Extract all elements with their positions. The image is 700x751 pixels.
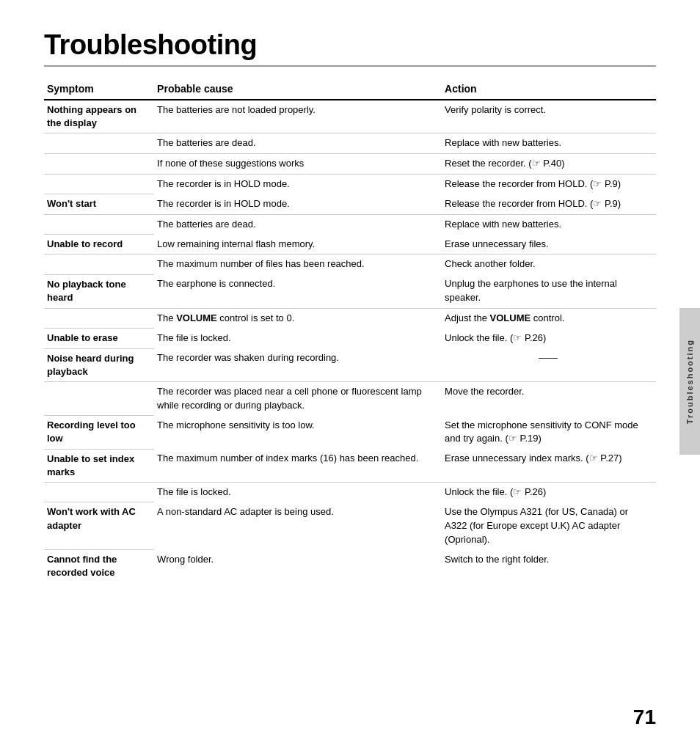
- cause-cell: The maximum number of files has been rea…: [154, 254, 442, 274]
- header-action: Action: [442, 80, 656, 100]
- symptom-cell: Unable to record: [44, 235, 154, 254]
- symptom-cell: Won't start: [44, 194, 154, 214]
- cause-cell: If none of these suggestions works: [154, 154, 442, 175]
- symptom-cell: [44, 154, 154, 175]
- page-container: Troubleshooting Symptom Probable cause A…: [0, 0, 700, 626]
- action-cell: Erase unnecessary index marks. (☞ P.27): [442, 449, 656, 482]
- cause-cell: The recorder was shaken during recording…: [154, 348, 442, 381]
- header-cause: Probable cause: [154, 80, 442, 100]
- table-row: The maximum number of files has been rea…: [44, 254, 656, 274]
- cause-cell: The batteries are dead.: [154, 214, 442, 234]
- cause-cell: The file is locked.: [154, 483, 442, 502]
- action-cell: Check another folder.: [442, 254, 656, 274]
- symptom-cell: No playback tone heard: [44, 274, 154, 308]
- symptom-cell: Unable to set index marks: [44, 449, 154, 482]
- cause-cell: Low remaining internal flash memory.: [154, 235, 442, 254]
- table-row: Nothing appears on the displayThe batter…: [44, 100, 656, 133]
- page-title: Troubleshooting: [44, 29, 656, 61]
- action-cell: Reset the recorder. (☞ P.40): [442, 154, 656, 175]
- cause-cell: The recorder is in HOLD mode.: [154, 175, 442, 194]
- cause-cell: The recorder was placed near a cell phon…: [154, 381, 442, 415]
- cause-cell: The maximum number of index marks (16) h…: [154, 449, 442, 482]
- action-cell: Release the recorder from HOLD. (☞ P.9): [442, 194, 656, 214]
- symptom-cell: [44, 214, 154, 234]
- symptom-cell: Recording level too low: [44, 416, 154, 450]
- troubleshooting-table: Symptom Probable cause Action Nothing ap…: [44, 80, 656, 582]
- symptom-cell: Noise heard during playback: [44, 348, 154, 381]
- symptom-cell: Nothing appears on the display: [44, 100, 154, 133]
- symptom-cell: [44, 175, 154, 194]
- cause-cell: The file is locked.: [154, 329, 442, 348]
- table-row: Unable to recordLow remaining internal f…: [44, 235, 656, 254]
- page-number: 71: [633, 706, 656, 729]
- table-header-row: Symptom Probable cause Action: [44, 80, 656, 100]
- table-row: If none of these suggestions worksReset …: [44, 154, 656, 175]
- action-cell: Set the microphone sensitivity to CONF m…: [442, 416, 656, 450]
- table-row: No playback tone heardThe earphone is co…: [44, 274, 656, 308]
- table-row: The batteries are dead.Replace with new …: [44, 133, 656, 154]
- side-label-box: Troubleshooting: [679, 308, 700, 455]
- cause-cell: The batteries are not loaded properly.: [154, 100, 442, 133]
- symptom-cell: Won't work with AC adapter: [44, 502, 154, 550]
- action-cell: Replace with new batteries.: [442, 133, 656, 154]
- action-cell: Verify polarity is correct.: [442, 100, 656, 133]
- table-row: The batteries are dead.Replace with new …: [44, 214, 656, 234]
- table-row: Won't startThe recorder is in HOLD mode.…: [44, 194, 656, 214]
- cause-cell: A non-standard AC adapter is being used.: [154, 502, 442, 550]
- table-row: Unable to eraseThe file is locked.Unlock…: [44, 329, 656, 348]
- action-cell: Replace with new batteries.: [442, 214, 656, 234]
- table-row: Won't work with AC adapterA non-standard…: [44, 502, 656, 550]
- title-divider: [44, 65, 656, 67]
- table-row: The recorder was placed near a cell phon…: [44, 381, 656, 415]
- cause-cell: The microphone sensitivity is too low.: [154, 416, 442, 450]
- table-row: Cannot find the recorded voiceWrong fold…: [44, 550, 656, 583]
- cause-cell: Wrong folder.: [154, 550, 442, 583]
- table-row: The VOLUME control is set to 0.Adjust th…: [44, 308, 656, 328]
- action-cell: Release the recorder from HOLD. (☞ P.9): [442, 175, 656, 194]
- action-cell: ——: [442, 348, 656, 381]
- cause-cell: The earphone is connected.: [154, 274, 442, 308]
- side-label: Troubleshooting: [685, 339, 694, 424]
- action-cell: Unlock the file. (☞ P.26): [442, 483, 656, 502]
- symptom-cell: Unable to erase: [44, 329, 154, 348]
- table-row: Unable to set index marksThe maximum num…: [44, 449, 656, 482]
- action-cell: Use the Olympus A321 (for US, Canada) or…: [442, 502, 656, 550]
- action-cell: Move the recorder.: [442, 381, 656, 415]
- header-symptom: Symptom: [44, 80, 154, 100]
- symptom-cell: [44, 308, 154, 328]
- cause-cell: The VOLUME control is set to 0.: [154, 308, 442, 328]
- table-row: Noise heard during playbackThe recorder …: [44, 348, 656, 381]
- action-cell: Unplug the earphones to use the internal…: [442, 274, 656, 308]
- cause-cell: The recorder is in HOLD mode.: [154, 194, 442, 214]
- action-cell: Adjust the VOLUME control.: [442, 308, 656, 328]
- action-cell: Switch to the right folder.: [442, 550, 656, 583]
- symptom-cell: [44, 483, 154, 502]
- action-cell: Unlock the file. (☞ P.26): [442, 329, 656, 348]
- symptom-cell: [44, 254, 154, 274]
- symptom-cell: [44, 381, 154, 415]
- table-row: The file is locked.Unlock the file. (☞ P…: [44, 483, 656, 502]
- table-row: The recorder is in HOLD mode.Release the…: [44, 175, 656, 194]
- table-row: Recording level too lowThe microphone se…: [44, 416, 656, 450]
- symptom-cell: [44, 133, 154, 154]
- action-cell: Erase unnecessary files.: [442, 235, 656, 254]
- cause-cell: The batteries are dead.: [154, 133, 442, 154]
- symptom-cell: Cannot find the recorded voice: [44, 550, 154, 583]
